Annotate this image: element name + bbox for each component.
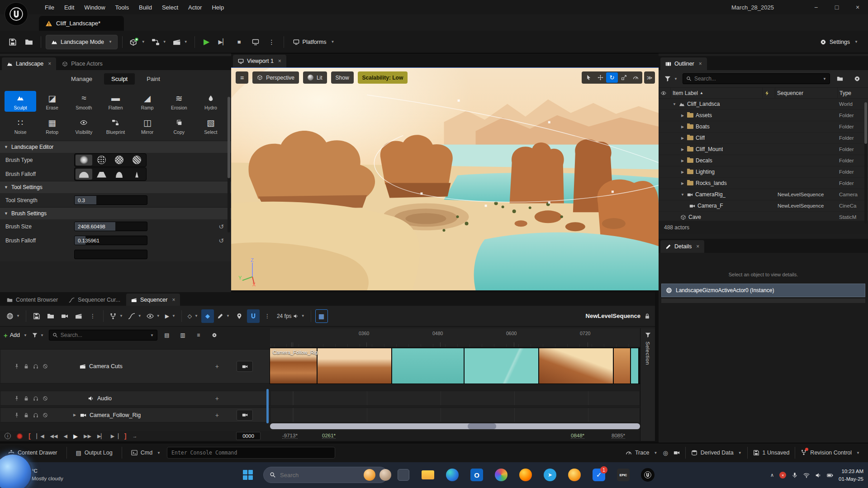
outliner-row-folder[interactable]: ▶Cliff Folder: [659, 133, 868, 144]
trace-dropdown[interactable]: Trace ▼: [623, 446, 660, 460]
outliner-filter-button[interactable]: ▼: [662, 73, 680, 85]
asset-tab-cliff-landscape[interactable]: Cliff_Landscape*: [39, 16, 124, 31]
outliner-scrollbar[interactable]: [864, 102, 867, 223]
view-mode-dropdown[interactable]: Lit: [303, 71, 327, 84]
tool-noise[interactable]: ∷Noise: [5, 115, 36, 136]
view-options-dropdown[interactable]: ▼: [145, 309, 162, 323]
taskbar-search[interactable]: [263, 467, 388, 483]
next-key-button[interactable]: ▶▏: [97, 433, 105, 439]
insights-button[interactable]: ◎: [660, 446, 670, 460]
hidden-icons-chevron[interactable]: ∧: [770, 472, 774, 478]
solo-icon[interactable]: [33, 412, 38, 418]
track-settings-button[interactable]: [208, 330, 221, 341]
column-item-label[interactable]: Item Label▲: [670, 88, 762, 98]
lock-icon[interactable]: [24, 396, 29, 401]
keyframe-options-dropdown[interactable]: ◇▼: [186, 309, 200, 323]
section-brush-settings[interactable]: ▼Brush Settings: [0, 207, 231, 219]
close-icon[interactable]: ×: [699, 61, 702, 67]
tool-erosion[interactable]: ≋Erosion: [163, 91, 195, 112]
go-to-start-button[interactable]: ▏◀: [37, 433, 44, 439]
step-back-button[interactable]: ◀: [64, 433, 67, 439]
details-selected-object[interactable]: LandscapeGizmoActiveActor0 (Instance): [661, 284, 865, 297]
expand-arrow-icon[interactable]: ▶: [680, 181, 685, 185]
app-file-explorer[interactable]: [419, 466, 437, 484]
expand-arrow-icon[interactable]: ▶: [72, 413, 77, 417]
outliner-row-folder[interactable]: ▶Cliff_Mount Folder: [659, 144, 868, 155]
list-view-button[interactable]: ≡: [192, 330, 205, 341]
add-track-button[interactable]: +Add▼: [4, 332, 27, 339]
filmstrip-thumbnail[interactable]: [465, 348, 539, 384]
tool-hydro[interactable]: Hydro: [195, 91, 227, 112]
menu-select[interactable]: Select: [157, 0, 183, 14]
tab-landscape[interactable]: Landscape ×: [2, 57, 56, 70]
outliner-row-folder[interactable]: ▶Decals Folder: [659, 155, 868, 166]
pin-icon[interactable]: [14, 364, 19, 369]
outliner-search[interactable]: ▼: [683, 73, 830, 84]
camera-lock-button[interactable]: [237, 410, 253, 421]
stacked-view-button[interactable]: ▥: [176, 330, 189, 341]
add-section-button[interactable]: +: [215, 412, 219, 419]
sequence-browse-dropdown[interactable]: ▼: [5, 309, 22, 323]
brush-type-circle-smooth[interactable]: [76, 155, 92, 166]
left-panel-scrollbar[interactable]: [228, 97, 230, 232]
current-frame-field[interactable]: 0000: [236, 432, 261, 440]
viewport-options-menu[interactable]: ≡: [236, 71, 248, 84]
track-filter-button[interactable]: ▼: [30, 330, 46, 341]
snapping-toggle[interactable]: [247, 309, 260, 323]
loop-start-bracket[interactable]: [: [28, 432, 31, 440]
outliner-row-folder[interactable]: ▶Assets Folder: [659, 110, 868, 121]
track-camera-follow-rig[interactable]: ▶ Camera_Follow_Rig +: [0, 407, 270, 422]
track-camera-cuts[interactable]: Camera Cuts +: [0, 349, 270, 384]
app-telegram[interactable]: ➤: [541, 466, 559, 484]
lock-icon[interactable]: [24, 412, 29, 418]
camera-rig-track-lane[interactable]: [270, 407, 640, 422]
battery-icon[interactable]: [827, 472, 833, 479]
render-movie-button[interactable]: [72, 309, 85, 323]
skip-frame-button[interactable]: ▶▏: [216, 35, 230, 49]
working-range-start[interactable]: -9713*: [282, 433, 298, 439]
play-options-kebab-icon[interactable]: ⋮: [265, 35, 279, 49]
unreal-engine-logo[interactable]: [5, 2, 28, 26]
tool-strength-slider[interactable]: 0.3: [74, 195, 147, 205]
playback-options-dropdown[interactable]: ▶▼: [163, 309, 177, 323]
expand-arrow-icon[interactable]: ▶: [680, 147, 685, 152]
section-tool-settings[interactable]: ▼Tool Settings: [0, 181, 231, 193]
brush-type-pattern[interactable]: [111, 155, 128, 166]
save-sequence-button[interactable]: [30, 309, 43, 323]
camera-speed-button[interactable]: [630, 72, 641, 83]
settings-dropdown[interactable]: Settings ▼: [816, 35, 863, 49]
go-to-end-button[interactable]: ▶▕: [111, 433, 119, 439]
rotate-tool-button[interactable]: ↻: [606, 72, 618, 83]
app-messaging[interactable]: ✓ 1: [590, 466, 608, 484]
screenshot-button[interactable]: [671, 446, 683, 460]
play-button[interactable]: ▶: [73, 433, 78, 440]
create-camera-button[interactable]: [58, 309, 71, 323]
minimize-button[interactable]: −: [806, 0, 826, 14]
timeline-range-scrollbar[interactable]: [270, 423, 640, 429]
outliner-row-folder[interactable]: ▶Boats Folder: [659, 121, 868, 133]
stop-button[interactable]: ■: [232, 35, 247, 49]
loop-end-bracket[interactable]: ]: [124, 432, 127, 440]
loop-mode-button[interactable]: →: [132, 433, 137, 439]
tab-place-actors[interactable]: Place Actors: [57, 57, 107, 70]
tool-erase[interactable]: ◪Erase: [36, 91, 68, 112]
app-browser-orange[interactable]: [565, 466, 583, 484]
menu-actor[interactable]: Actor: [183, 0, 207, 14]
expand-arrow-icon[interactable]: ▼: [672, 102, 677, 106]
tool-ramp[interactable]: ◢Ramp: [132, 91, 163, 112]
clipped-slider[interactable]: [74, 250, 147, 259]
tab-viewport-1[interactable]: Viewport 1 ×: [233, 55, 286, 67]
solo-icon[interactable]: [33, 364, 38, 369]
menu-file[interactable]: File: [40, 0, 59, 14]
fps-dropdown[interactable]: 24 fps ▼: [275, 309, 307, 323]
tool-mirror[interactable]: ◫Mirror: [132, 115, 163, 136]
app-epic-games[interactable]: EPIC: [614, 466, 632, 484]
derived-data-dropdown[interactable]: Derived Data ▼: [688, 446, 745, 460]
expand-arrow-icon[interactable]: ▶: [680, 125, 685, 129]
move-tool-button[interactable]: [594, 72, 606, 83]
outliner-row-camera[interactable]: Camera_F NewLevelSequenceCineCa: [659, 200, 868, 212]
scale-tool-button[interactable]: [618, 72, 630, 83]
cinematics-dropdown[interactable]: ▼: [171, 35, 190, 49]
editor-mode-dropdown[interactable]: Landscape Mode ▼: [46, 35, 118, 49]
console-command-input[interactable]: [171, 450, 331, 456]
